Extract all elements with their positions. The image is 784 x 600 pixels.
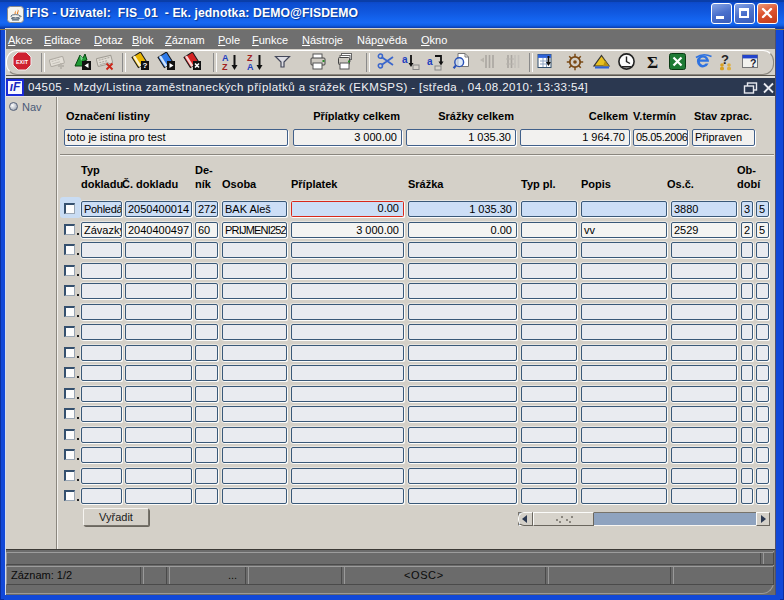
svg-text:Z: Z [222,62,228,72]
svg-text:a: a [402,54,408,65]
svg-text:A: A [247,62,254,72]
svg-text:a: a [427,56,433,67]
svg-text:?: ? [750,57,756,69]
svg-text:Σ: Σ [647,53,658,72]
svg-text:?: ? [143,61,148,70]
svg-text:EXIT: EXIT [16,59,29,65]
